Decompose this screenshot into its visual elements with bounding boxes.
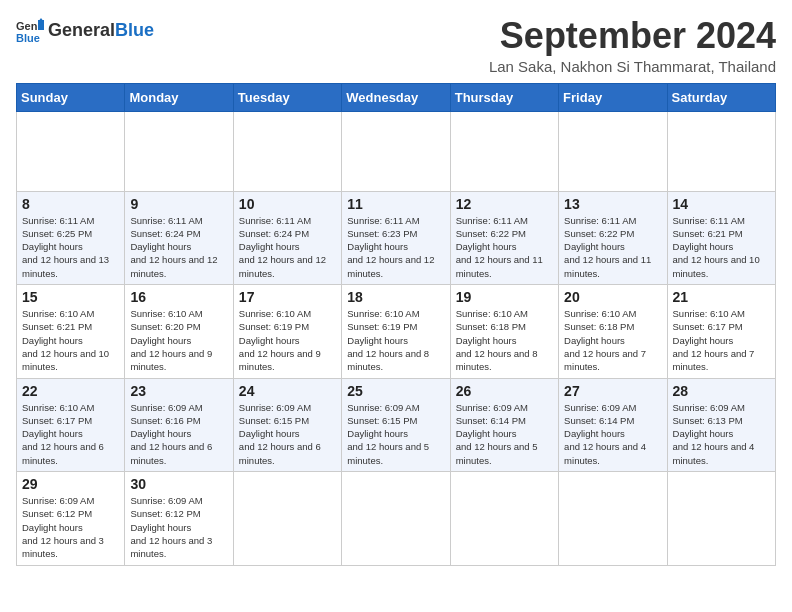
day-number: 28: [673, 383, 770, 399]
day-info: Sunrise: 6:10 AM Sunset: 6:18 PM Dayligh…: [456, 307, 553, 373]
location-title: Lan Saka, Nakhon Si Thammarat, Thailand: [489, 58, 776, 75]
table-row: 10 Sunrise: 6:11 AM Sunset: 6:24 PM Dayl…: [233, 191, 341, 284]
day-info: Sunrise: 6:11 AM Sunset: 6:21 PM Dayligh…: [673, 214, 770, 280]
logo: General Blue GeneralBlue: [16, 16, 154, 44]
calendar-table: Sunday Monday Tuesday Wednesday Thursday…: [16, 83, 776, 566]
table-row: [559, 472, 667, 565]
table-row: [450, 472, 558, 565]
table-row: 21 Sunrise: 6:10 AM Sunset: 6:17 PM Dayl…: [667, 285, 775, 378]
table-row: 23 Sunrise: 6:09 AM Sunset: 6:16 PM Dayl…: [125, 378, 233, 471]
day-info: Sunrise: 6:10 AM Sunset: 6:17 PM Dayligh…: [22, 401, 119, 467]
day-info: Sunrise: 6:10 AM Sunset: 6:18 PM Dayligh…: [564, 307, 661, 373]
logo-general: GeneralBlue: [48, 20, 154, 41]
table-row: 17 Sunrise: 6:10 AM Sunset: 6:19 PM Dayl…: [233, 285, 341, 378]
day-number: 13: [564, 196, 661, 212]
day-number: 21: [673, 289, 770, 305]
day-number: 22: [22, 383, 119, 399]
table-row: [233, 472, 341, 565]
day-info: Sunrise: 6:10 AM Sunset: 6:19 PM Dayligh…: [347, 307, 444, 373]
table-row: 18 Sunrise: 6:10 AM Sunset: 6:19 PM Dayl…: [342, 285, 450, 378]
day-info: Sunrise: 6:11 AM Sunset: 6:24 PM Dayligh…: [130, 214, 227, 280]
col-tuesday: Tuesday: [233, 83, 341, 111]
day-info: Sunrise: 6:10 AM Sunset: 6:19 PM Dayligh…: [239, 307, 336, 373]
table-row: 8 Sunrise: 6:11 AM Sunset: 6:25 PM Dayli…: [17, 191, 125, 284]
day-info: Sunrise: 6:09 AM Sunset: 6:15 PM Dayligh…: [347, 401, 444, 467]
table-row: [667, 111, 775, 191]
calendar-week-3: 15 Sunrise: 6:10 AM Sunset: 6:21 PM Dayl…: [17, 285, 776, 378]
svg-text:Blue: Blue: [16, 32, 40, 44]
day-info: Sunrise: 6:11 AM Sunset: 6:25 PM Dayligh…: [22, 214, 119, 280]
day-number: 8: [22, 196, 119, 212]
day-info: Sunrise: 6:11 AM Sunset: 6:22 PM Dayligh…: [564, 214, 661, 280]
day-info: Sunrise: 6:09 AM Sunset: 6:14 PM Dayligh…: [456, 401, 553, 467]
table-row: 25 Sunrise: 6:09 AM Sunset: 6:15 PM Dayl…: [342, 378, 450, 471]
day-info: Sunrise: 6:10 AM Sunset: 6:21 PM Dayligh…: [22, 307, 119, 373]
day-info: Sunrise: 6:09 AM Sunset: 6:14 PM Dayligh…: [564, 401, 661, 467]
day-info: Sunrise: 6:09 AM Sunset: 6:12 PM Dayligh…: [22, 494, 119, 560]
col-sunday: Sunday: [17, 83, 125, 111]
day-number: 9: [130, 196, 227, 212]
day-info: Sunrise: 6:11 AM Sunset: 6:22 PM Dayligh…: [456, 214, 553, 280]
table-row: 12 Sunrise: 6:11 AM Sunset: 6:22 PM Dayl…: [450, 191, 558, 284]
day-number: 30: [130, 476, 227, 492]
day-number: 29: [22, 476, 119, 492]
table-row: 29 Sunrise: 6:09 AM Sunset: 6:12 PM Dayl…: [17, 472, 125, 565]
table-row: 24 Sunrise: 6:09 AM Sunset: 6:15 PM Dayl…: [233, 378, 341, 471]
header: General Blue GeneralBlue September 2024 …: [16, 16, 776, 75]
table-row: 9 Sunrise: 6:11 AM Sunset: 6:24 PM Dayli…: [125, 191, 233, 284]
calendar-week-1: [17, 111, 776, 191]
day-info: Sunrise: 6:11 AM Sunset: 6:23 PM Dayligh…: [347, 214, 444, 280]
table-row: [233, 111, 341, 191]
day-number: 27: [564, 383, 661, 399]
col-saturday: Saturday: [667, 83, 775, 111]
table-row: 15 Sunrise: 6:10 AM Sunset: 6:21 PM Dayl…: [17, 285, 125, 378]
table-row: 13 Sunrise: 6:11 AM Sunset: 6:22 PM Dayl…: [559, 191, 667, 284]
day-info: Sunrise: 6:11 AM Sunset: 6:24 PM Dayligh…: [239, 214, 336, 280]
month-title: September 2024: [489, 16, 776, 56]
col-friday: Friday: [559, 83, 667, 111]
table-row: 11 Sunrise: 6:11 AM Sunset: 6:23 PM Dayl…: [342, 191, 450, 284]
day-number: 18: [347, 289, 444, 305]
day-number: 19: [456, 289, 553, 305]
day-info: Sunrise: 6:09 AM Sunset: 6:16 PM Dayligh…: [130, 401, 227, 467]
day-number: 10: [239, 196, 336, 212]
table-row: [667, 472, 775, 565]
calendar-week-5: 29 Sunrise: 6:09 AM Sunset: 6:12 PM Dayl…: [17, 472, 776, 565]
table-row: 27 Sunrise: 6:09 AM Sunset: 6:14 PM Dayl…: [559, 378, 667, 471]
day-number: 17: [239, 289, 336, 305]
table-row: 30 Sunrise: 6:09 AM Sunset: 6:12 PM Dayl…: [125, 472, 233, 565]
col-wednesday: Wednesday: [342, 83, 450, 111]
day-number: 23: [130, 383, 227, 399]
day-number: 25: [347, 383, 444, 399]
day-info: Sunrise: 6:10 AM Sunset: 6:17 PM Dayligh…: [673, 307, 770, 373]
day-info: Sunrise: 6:09 AM Sunset: 6:12 PM Dayligh…: [130, 494, 227, 560]
title-section: September 2024 Lan Saka, Nakhon Si Thamm…: [489, 16, 776, 75]
day-info: Sunrise: 6:09 AM Sunset: 6:15 PM Dayligh…: [239, 401, 336, 467]
table-row: 16 Sunrise: 6:10 AM Sunset: 6:20 PM Dayl…: [125, 285, 233, 378]
day-number: 14: [673, 196, 770, 212]
table-row: [450, 111, 558, 191]
table-row: 26 Sunrise: 6:09 AM Sunset: 6:14 PM Dayl…: [450, 378, 558, 471]
day-info: Sunrise: 6:09 AM Sunset: 6:13 PM Dayligh…: [673, 401, 770, 467]
calendar-week-4: 22 Sunrise: 6:10 AM Sunset: 6:17 PM Dayl…: [17, 378, 776, 471]
table-row: [125, 111, 233, 191]
logo-icon: General Blue: [16, 16, 44, 44]
table-row: 19 Sunrise: 6:10 AM Sunset: 6:18 PM Dayl…: [450, 285, 558, 378]
table-row: 14 Sunrise: 6:11 AM Sunset: 6:21 PM Dayl…: [667, 191, 775, 284]
table-row: 28 Sunrise: 6:09 AM Sunset: 6:13 PM Dayl…: [667, 378, 775, 471]
day-number: 26: [456, 383, 553, 399]
table-row: [17, 111, 125, 191]
day-number: 11: [347, 196, 444, 212]
col-monday: Monday: [125, 83, 233, 111]
day-number: 24: [239, 383, 336, 399]
day-number: 15: [22, 289, 119, 305]
calendar-week-2: 8 Sunrise: 6:11 AM Sunset: 6:25 PM Dayli…: [17, 191, 776, 284]
table-row: [342, 472, 450, 565]
table-row: 22 Sunrise: 6:10 AM Sunset: 6:17 PM Dayl…: [17, 378, 125, 471]
day-number: 16: [130, 289, 227, 305]
day-info: Sunrise: 6:10 AM Sunset: 6:20 PM Dayligh…: [130, 307, 227, 373]
table-row: [559, 111, 667, 191]
table-row: [342, 111, 450, 191]
header-row: Sunday Monday Tuesday Wednesday Thursday…: [17, 83, 776, 111]
day-number: 12: [456, 196, 553, 212]
